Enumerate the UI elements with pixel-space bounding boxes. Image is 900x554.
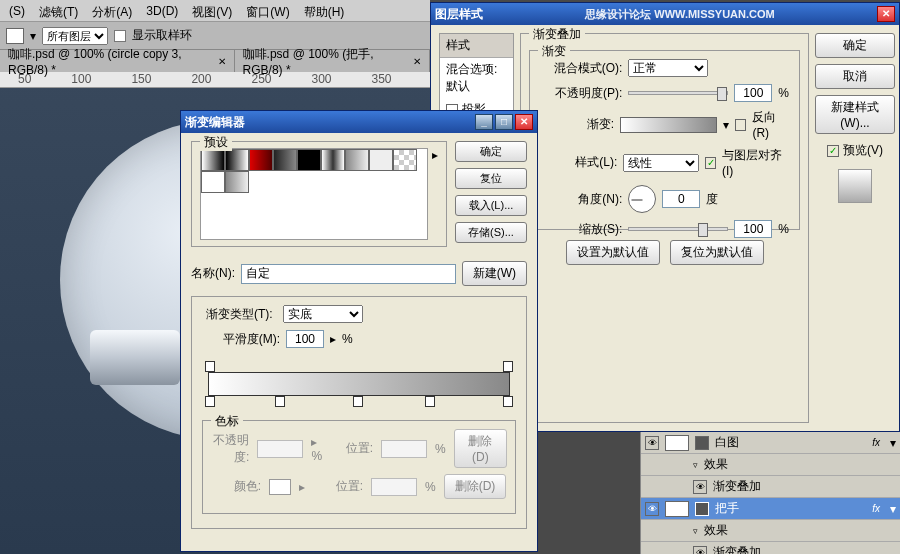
gradient-type-label: 渐变类型(T): <box>202 306 277 323</box>
preview-label: 预览(V) <box>843 142 883 159</box>
menu-help[interactable]: 帮助(H) <box>297 0 352 21</box>
sample-ring-checkbox[interactable] <box>114 30 126 42</box>
layer-effect-item[interactable]: 👁渐变叠加 <box>641 542 900 554</box>
layer-thumb[interactable] <box>665 435 689 451</box>
opacity-slider[interactable] <box>628 91 728 95</box>
load-button[interactable]: 载入(L)... <box>455 195 527 216</box>
visibility-icon[interactable]: 👁 <box>693 546 707 555</box>
triangle-down-icon[interactable]: ▿ <box>693 460 698 470</box>
angle-input[interactable] <box>662 190 700 208</box>
scale-input[interactable] <box>734 220 772 238</box>
color-stop[interactable] <box>205 396 215 407</box>
preset-swatch[interactable] <box>369 149 393 171</box>
layer-thumb[interactable] <box>665 501 689 517</box>
preset-swatch[interactable] <box>345 149 369 171</box>
smoothness-input[interactable] <box>286 330 324 348</box>
layer-effects-row[interactable]: ▿效果 <box>641 454 900 476</box>
layer-row[interactable]: 👁 白图 fx▾ <box>641 432 900 454</box>
layer-scope-select[interactable]: 所有图层 <box>42 27 108 45</box>
new-button[interactable]: 新建(W) <box>462 261 527 286</box>
preview-swatch <box>838 169 872 203</box>
style-select[interactable]: 线性 <box>623 154 698 172</box>
menu-window[interactable]: 窗口(W) <box>239 0 296 21</box>
align-checkbox[interactable] <box>705 157 716 169</box>
angle-dial[interactable] <box>628 185 656 213</box>
color-stop[interactable] <box>275 396 285 407</box>
fx-badge[interactable]: fx <box>872 437 884 448</box>
document-tab[interactable]: 咖啡.psd @ 100% (circle copy 3, RGB/8) *✕ <box>0 50 235 72</box>
titlebar[interactable]: 渐变编辑器 _ □ ✕ <box>181 111 537 133</box>
close-icon[interactable]: ✕ <box>877 6 895 22</box>
preset-swatch[interactable] <box>273 149 297 171</box>
gradient-type-select[interactable]: 实底 <box>283 305 363 323</box>
menu-select[interactable]: (S) <box>2 0 32 21</box>
stop-color-label: 颜色: <box>211 478 261 495</box>
visibility-icon[interactable]: 👁 <box>645 436 659 450</box>
chevron-down-icon[interactable]: ▾ <box>890 436 896 450</box>
reset-default-button[interactable]: 复位为默认值 <box>670 240 764 265</box>
chevron-down-icon[interactable]: ▾ <box>890 502 896 516</box>
opacity-stop[interactable] <box>205 361 215 372</box>
name-input[interactable] <box>241 264 456 284</box>
smoothness-label: 平滑度(M): <box>202 331 280 348</box>
close-icon[interactable]: ✕ <box>413 56 421 67</box>
preset-swatch[interactable] <box>393 149 417 171</box>
ok-button[interactable]: 确定 <box>815 33 895 58</box>
menu-filter[interactable]: 滤镜(T) <box>32 0 85 21</box>
blending-options-row[interactable]: 混合选项:默认 <box>440 58 513 98</box>
maximize-icon[interactable]: □ <box>495 114 513 130</box>
preset-swatch[interactable] <box>249 149 273 171</box>
new-style-button[interactable]: 新建样式(W)... <box>815 95 895 134</box>
titlebar[interactable]: 图层样式 思缘设计论坛 WWW.MISSYUAN.COM ✕ <box>431 3 899 25</box>
menu-analysis[interactable]: 分析(A) <box>85 0 139 21</box>
opacity-input[interactable] <box>734 84 772 102</box>
pct-label: % <box>778 222 789 236</box>
blend-mode-select[interactable]: 正常 <box>628 59 708 77</box>
cancel-button[interactable]: 取消 <box>815 64 895 89</box>
triangle-down-icon[interactable]: ▾ <box>30 29 36 43</box>
visibility-icon[interactable]: 👁 <box>645 502 659 516</box>
preset-swatch[interactable] <box>225 149 249 171</box>
color-stop[interactable] <box>425 396 435 407</box>
reverse-checkbox[interactable] <box>735 119 746 131</box>
preset-swatch[interactable] <box>297 149 321 171</box>
style-list-header[interactable]: 样式 <box>440 34 513 58</box>
preset-swatch[interactable] <box>201 171 225 193</box>
menu-view[interactable]: 视图(V) <box>185 0 239 21</box>
triangle-down-icon[interactable]: ▾ <box>723 118 729 132</box>
triangle-down-icon[interactable]: ▿ <box>693 526 698 536</box>
preset-grid[interactable] <box>200 148 428 240</box>
gradient-preview[interactable] <box>620 117 717 133</box>
layer-row[interactable]: 👁 把手 fx▾ <box>641 498 900 520</box>
fx-badge[interactable]: fx <box>872 503 884 514</box>
set-default-button[interactable]: 设置为默认值 <box>566 240 660 265</box>
visibility-icon[interactable]: 👁 <box>693 480 707 494</box>
save-button[interactable]: 存储(S)... <box>455 222 527 243</box>
preset-swatch[interactable] <box>225 171 249 193</box>
scale-slider[interactable] <box>628 227 728 231</box>
mask-thumb[interactable] <box>695 502 709 516</box>
document-tab[interactable]: 咖啡.psd @ 100% (把手, RGB/8) *✕ <box>235 50 430 72</box>
opacity-stop[interactable] <box>503 361 513 372</box>
color-stop[interactable] <box>353 396 363 407</box>
mask-thumb[interactable] <box>695 436 709 450</box>
color-stop[interactable] <box>503 396 513 407</box>
gradient-editor-dialog: 渐变编辑器 _ □ ✕ 预设 ▸ 确定 复位 载入(L)... <box>180 110 538 552</box>
dialog-title: 渐变编辑器 <box>185 114 245 131</box>
triangle-right-icon[interactable]: ▸ <box>330 332 336 346</box>
layer-effect-item[interactable]: 👁渐变叠加 <box>641 476 900 498</box>
gradient-bar[interactable] <box>208 372 510 396</box>
minimize-icon[interactable]: _ <box>475 114 493 130</box>
preset-swatch[interactable] <box>201 149 225 171</box>
menu-3d[interactable]: 3D(D) <box>139 0 185 21</box>
ok-button[interactable]: 确定 <box>455 141 527 162</box>
reset-button[interactable]: 复位 <box>455 168 527 189</box>
close-icon[interactable]: ✕ <box>515 114 533 130</box>
delete-button: 删除(D) <box>454 429 507 468</box>
preview-checkbox[interactable] <box>827 145 839 157</box>
preset-menu-icon[interactable]: ▸ <box>432 148 438 162</box>
layer-effects-row[interactable]: ▿效果 <box>641 520 900 542</box>
close-icon[interactable]: ✕ <box>218 56 226 67</box>
tool-swatch[interactable] <box>6 28 24 44</box>
preset-swatch[interactable] <box>321 149 345 171</box>
